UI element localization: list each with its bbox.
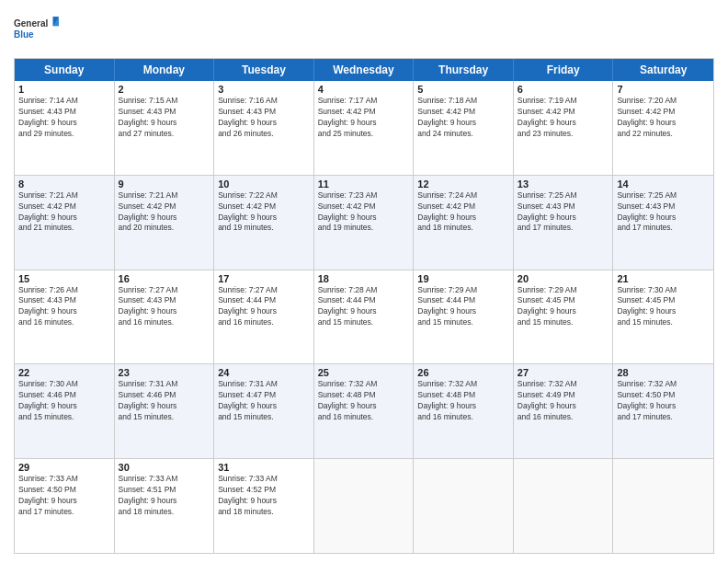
calendar-row-2: 8 Sunrise: 7:21 AMSunset: 4:42 PMDayligh…: [15, 176, 713, 270]
cell-info: Sunrise: 7:29 AMSunset: 4:45 PMDaylight:…: [518, 285, 577, 327]
day-number: 18: [318, 273, 410, 284]
cell-info: Sunrise: 7:28 AMSunset: 4:44 PMDaylight:…: [318, 285, 378, 327]
cell-info: Sunrise: 7:18 AMSunset: 4:42 PMDaylight:…: [417, 96, 477, 138]
calendar-cell: [514, 459, 614, 553]
day-number: 15: [18, 273, 110, 284]
day-number: 11: [318, 178, 410, 190]
cell-info: Sunrise: 7:31 AMSunset: 4:47 PMDaylight:…: [218, 379, 278, 421]
calendar-cell: 12 Sunrise: 7:24 AMSunset: 4:42 PMDaylig…: [414, 176, 514, 270]
cell-info: Sunrise: 7:33 AMSunset: 4:52 PMDaylight:…: [218, 474, 278, 516]
cell-info: Sunrise: 7:29 AMSunset: 4:44 PMDaylight:…: [417, 285, 477, 327]
cell-info: Sunrise: 7:17 AMSunset: 4:42 PMDaylight:…: [318, 96, 378, 138]
day-number: 29: [18, 462, 110, 473]
day-number: 30: [119, 462, 210, 473]
header-monday: Monday: [115, 59, 215, 81]
day-number: 1: [18, 84, 110, 95]
cell-info: Sunrise: 7:32 AMSunset: 4:50 PMDaylight:…: [617, 379, 677, 421]
cell-info: Sunrise: 7:25 AMSunset: 4:43 PMDaylight:…: [518, 190, 577, 233]
calendar-cell: 20 Sunrise: 7:29 AMSunset: 4:45 PMDaylig…: [514, 270, 614, 364]
calendar-cell: 15 Sunrise: 7:26 AMSunset: 4:43 PMDaylig…: [15, 270, 115, 364]
day-number: 7: [617, 84, 710, 95]
cell-info: Sunrise: 7:20 AMSunset: 4:42 PMDaylight:…: [617, 96, 677, 138]
calendar-cell: 9 Sunrise: 7:21 AMSunset: 4:42 PMDayligh…: [115, 176, 215, 270]
cell-info: Sunrise: 7:22 AMSunset: 4:42 PMDaylight:…: [218, 190, 278, 233]
calendar-cell: 31 Sunrise: 7:33 AMSunset: 4:52 PMDaylig…: [214, 459, 314, 553]
svg-text:General: General: [14, 18, 48, 29]
day-number: 5: [417, 84, 509, 95]
calendar-cell: 10 Sunrise: 7:22 AMSunset: 4:42 PMDaylig…: [214, 176, 314, 270]
calendar-cell: 7 Sunrise: 7:20 AMSunset: 4:42 PMDayligh…: [613, 81, 713, 175]
day-number: 20: [518, 273, 609, 284]
calendar-row-3: 15 Sunrise: 7:26 AMSunset: 4:43 PMDaylig…: [15, 270, 713, 365]
calendar-cell: 30 Sunrise: 7:33 AMSunset: 4:51 PMDaylig…: [115, 459, 215, 553]
calendar-row-1: 1 Sunrise: 7:14 AMSunset: 4:43 PMDayligh…: [15, 81, 713, 176]
cell-info: Sunrise: 7:19 AMSunset: 4:42 PMDaylight:…: [518, 96, 577, 138]
cell-info: Sunrise: 7:32 AMSunset: 4:48 PMDaylight:…: [318, 379, 378, 421]
calendar-cell: 25 Sunrise: 7:32 AMSunset: 4:48 PMDaylig…: [314, 364, 415, 458]
cell-info: Sunrise: 7:30 AMSunset: 4:45 PMDaylight:…: [617, 285, 677, 327]
calendar-cell: [414, 459, 514, 553]
day-number: 9: [119, 178, 210, 190]
calendar-header: Sunday Monday Tuesday Wednesday Thursday…: [15, 59, 713, 81]
calendar-cell: 8 Sunrise: 7:21 AMSunset: 4:42 PMDayligh…: [15, 176, 115, 270]
day-number: 31: [218, 462, 310, 473]
calendar-cell: [314, 459, 415, 553]
calendar-cell: 29 Sunrise: 7:33 AMSunset: 4:50 PMDaylig…: [15, 459, 115, 553]
day-number: 2: [119, 84, 210, 95]
cell-info: Sunrise: 7:24 AMSunset: 4:42 PMDaylight:…: [417, 190, 477, 233]
calendar-cell: 11 Sunrise: 7:23 AMSunset: 4:42 PMDaylig…: [314, 176, 415, 270]
svg-text:Blue: Blue: [14, 29, 34, 40]
page-header: General Blue: [14, 9, 714, 51]
calendar-cell: 5 Sunrise: 7:18 AMSunset: 4:42 PMDayligh…: [414, 81, 514, 175]
header-tuesday: Tuesday: [214, 59, 314, 81]
header-sunday: Sunday: [15, 59, 115, 81]
calendar-cell: 23 Sunrise: 7:31 AMSunset: 4:46 PMDaylig…: [115, 364, 215, 458]
calendar-cell: 1 Sunrise: 7:14 AMSunset: 4:43 PMDayligh…: [15, 81, 115, 175]
cell-info: Sunrise: 7:30 AMSunset: 4:46 PMDaylight:…: [18, 379, 78, 421]
calendar-row-5: 29 Sunrise: 7:33 AMSunset: 4:50 PMDaylig…: [15, 459, 713, 553]
calendar-row-4: 22 Sunrise: 7:30 AMSunset: 4:46 PMDaylig…: [15, 364, 713, 459]
calendar-cell: 28 Sunrise: 7:32 AMSunset: 4:50 PMDaylig…: [613, 364, 713, 458]
calendar-cell: 18 Sunrise: 7:28 AMSunset: 4:44 PMDaylig…: [314, 270, 415, 364]
day-number: 4: [318, 84, 410, 95]
day-number: 10: [218, 178, 310, 190]
day-number: 23: [119, 367, 210, 378]
cell-info: Sunrise: 7:23 AMSunset: 4:42 PMDaylight:…: [318, 190, 378, 233]
calendar-cell: 19 Sunrise: 7:29 AMSunset: 4:44 PMDaylig…: [414, 270, 514, 364]
day-number: 28: [617, 367, 710, 378]
header-friday: Friday: [514, 59, 614, 81]
calendar: Sunday Monday Tuesday Wednesday Thursday…: [14, 58, 714, 554]
cell-info: Sunrise: 7:21 AMSunset: 4:42 PMDaylight:…: [119, 190, 178, 233]
day-number: 22: [18, 367, 110, 378]
calendar-cell: 26 Sunrise: 7:32 AMSunset: 4:48 PMDaylig…: [414, 364, 514, 458]
calendar-cell: 14 Sunrise: 7:25 AMSunset: 4:43 PMDaylig…: [613, 176, 713, 270]
day-number: 25: [318, 367, 410, 378]
cell-info: Sunrise: 7:31 AMSunset: 4:46 PMDaylight:…: [119, 379, 178, 421]
header-saturday: Saturday: [613, 59, 713, 81]
cell-info: Sunrise: 7:16 AMSunset: 4:43 PMDaylight:…: [218, 96, 278, 138]
day-number: 12: [417, 178, 509, 190]
calendar-cell: 17 Sunrise: 7:27 AMSunset: 4:44 PMDaylig…: [214, 270, 314, 364]
day-number: 14: [617, 178, 710, 190]
cell-info: Sunrise: 7:33 AMSunset: 4:51 PMDaylight:…: [119, 474, 178, 516]
header-wednesday: Wednesday: [314, 59, 415, 81]
day-number: 27: [518, 367, 609, 378]
header-thursday: Thursday: [414, 59, 514, 81]
calendar-cell: [613, 459, 713, 553]
cell-info: Sunrise: 7:32 AMSunset: 4:48 PMDaylight:…: [417, 379, 477, 421]
calendar-cell: 2 Sunrise: 7:15 AMSunset: 4:43 PMDayligh…: [115, 81, 215, 175]
day-number: 19: [417, 273, 509, 284]
calendar-cell: 27 Sunrise: 7:32 AMSunset: 4:49 PMDaylig…: [514, 364, 614, 458]
cell-info: Sunrise: 7:15 AMSunset: 4:43 PMDaylight:…: [119, 96, 178, 138]
day-number: 17: [218, 273, 310, 284]
calendar-cell: 6 Sunrise: 7:19 AMSunset: 4:42 PMDayligh…: [514, 81, 614, 175]
day-number: 3: [218, 84, 310, 95]
calendar-cell: 13 Sunrise: 7:25 AMSunset: 4:43 PMDaylig…: [514, 176, 614, 270]
day-number: 13: [518, 178, 609, 190]
day-number: 6: [518, 84, 609, 95]
day-number: 21: [617, 273, 710, 284]
cell-info: Sunrise: 7:25 AMSunset: 4:43 PMDaylight:…: [617, 190, 677, 233]
calendar-cell: 21 Sunrise: 7:30 AMSunset: 4:45 PMDaylig…: [613, 270, 713, 364]
calendar-cell: 16 Sunrise: 7:27 AMSunset: 4:43 PMDaylig…: [115, 270, 215, 364]
calendar-cell: 22 Sunrise: 7:30 AMSunset: 4:46 PMDaylig…: [15, 364, 115, 458]
